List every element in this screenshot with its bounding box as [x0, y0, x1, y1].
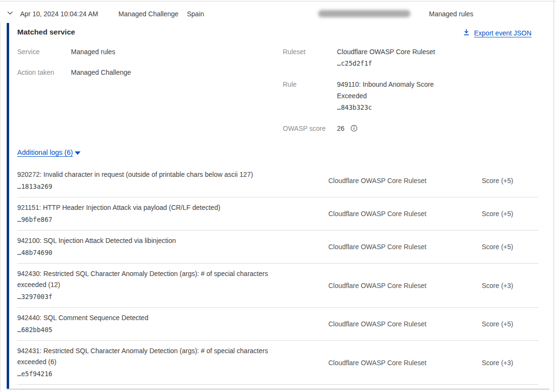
log-ruleset: Cloudflare OWASP Core Ruleset — [328, 346, 482, 380]
log-ruleset: Cloudflare OWASP Core Ruleset — [328, 202, 482, 225]
rule-label: Rule — [283, 79, 337, 113]
firewall-event-detail-panel: Apr 10, 2024 10:04:24 AM Managed Challen… — [0, 0, 556, 392]
owasp-score-value-wrap: 26 — [337, 123, 358, 134]
service-value: Managed rules — [71, 46, 116, 58]
log-description: 942440: SQL Comment Sequence Detected — [17, 312, 299, 323]
rule-field: Rule 949110: Inbound Anomaly Score Excee… — [283, 79, 455, 113]
log-hash: …e5f94216 — [17, 368, 299, 380]
log-description: 942430: Restricted SQL Character Anomaly… — [17, 268, 299, 290]
action-taken-value: Managed Challenge — [71, 67, 131, 78]
log-ruleset: Cloudflare OWASP Core Ruleset — [328, 268, 482, 302]
service-field: Service Managed rules — [17, 46, 131, 58]
panel-left-border — [0, 0, 0, 392]
collapse-event-button[interactable] — [5, 9, 15, 18]
selected-row-accent-bar — [7, 23, 9, 389]
owasp-score-info-button[interactable] — [350, 125, 358, 132]
ruleset-field: Ruleset Cloudflare OWASP Core Ruleset …c… — [283, 46, 455, 69]
log-row: 942100: SQL Injection Attack Detected vi… — [17, 231, 538, 264]
ruleset-value: Cloudflare OWASP Core Ruleset …c25d2f1f — [337, 46, 435, 69]
log-row: 921151: HTTP Header Injection Attack via… — [17, 197, 538, 231]
action-taken-label: Action taken — [17, 67, 71, 78]
ruleset-hash: …c25d2f1f — [337, 58, 435, 69]
log-hash: …48b74690 — [17, 247, 299, 258]
chevron-down-icon — [6, 12, 14, 19]
event-summary-row[interactable]: Apr 10, 2024 10:04:24 AM Managed Challen… — [0, 1, 554, 23]
matched-service-fields-right: Ruleset Cloudflare OWASP Core Ruleset …c… — [283, 46, 455, 144]
additional-logs-table: 920272: Invalid character in request (ou… — [17, 164, 538, 385]
export-event-json-label: Export event JSON — [474, 29, 532, 37]
log-ruleset: Cloudflare OWASP Core Ruleset — [328, 312, 482, 335]
ruleset-label: Ruleset — [283, 46, 337, 69]
matched-service-fields-left: Service Managed rules Action taken Manag… — [17, 46, 131, 87]
log-description: 942431: Restricted SQL Character Anomaly… — [17, 346, 299, 368]
log-row: 942430: Restricted SQL Character Anomaly… — [17, 264, 538, 308]
log-hash: …96bfe867 — [17, 214, 299, 225]
log-description: 920272: Invalid character in request (ou… — [17, 169, 299, 180]
panel-bottom-border — [7, 389, 549, 390]
caret-down-icon — [75, 151, 81, 155]
owasp-score-label: OWASP score — [283, 123, 337, 134]
service-label: Service — [17, 46, 71, 58]
log-score: Score (+5) — [482, 169, 538, 192]
log-score: Score (+5) — [482, 312, 538, 335]
event-service: Managed rules — [429, 10, 474, 18]
additional-logs-toggle[interactable]: Additional logs (6) — [17, 149, 81, 156]
log-description: 942100: SQL Injection Attack Detected vi… — [17, 235, 299, 246]
rule-name: 949110: Inbound Anomaly Score Exceeded — [337, 79, 450, 102]
log-description: 921151: HTTP Header Injection Attack via… — [17, 202, 299, 213]
log-ruleset: Cloudflare OWASP Core Ruleset — [328, 169, 482, 192]
rule-hash: …843b323c — [337, 102, 450, 113]
event-timestamp: Apr 10, 2024 10:04:24 AM — [20, 10, 98, 18]
download-icon — [463, 28, 470, 37]
redacted-value — [318, 10, 410, 17]
log-score: Score (+5) — [482, 202, 538, 225]
log-ruleset: Cloudflare OWASP Core Ruleset — [328, 235, 482, 258]
panel-right-border — [554, 0, 554, 392]
rule-value: 949110: Inbound Anomaly Score Exceeded …… — [337, 79, 450, 113]
log-hash: …682bb405 — [17, 324, 299, 335]
log-row: 942431: Restricted SQL Character Anomaly… — [17, 341, 538, 385]
log-hash: …1813a269 — [17, 181, 299, 192]
log-score: Score (+3) — [482, 346, 538, 380]
additional-logs-label: Additional logs (6) — [17, 149, 73, 156]
log-row: 920272: Invalid character in request (ou… — [17, 164, 538, 197]
event-action: Managed Challenge — [118, 10, 178, 18]
log-score: Score (+3) — [482, 268, 538, 302]
log-hash: …3297003f — [17, 291, 299, 302]
owasp-score-field: OWASP score 26 — [283, 123, 455, 134]
log-row: 942440: SQL Comment Sequence Detected …6… — [17, 308, 538, 341]
owasp-score-value: 26 — [337, 123, 345, 134]
matched-service-title: Matched service — [17, 28, 75, 36]
log-score: Score (+5) — [482, 235, 538, 258]
export-event-json-link[interactable]: Export event JSON — [463, 28, 532, 37]
info-icon — [350, 126, 358, 133]
action-taken-field: Action taken Managed Challenge — [17, 67, 131, 78]
event-country: Spain — [187, 10, 204, 18]
ruleset-name: Cloudflare OWASP Core Ruleset — [337, 46, 435, 58]
